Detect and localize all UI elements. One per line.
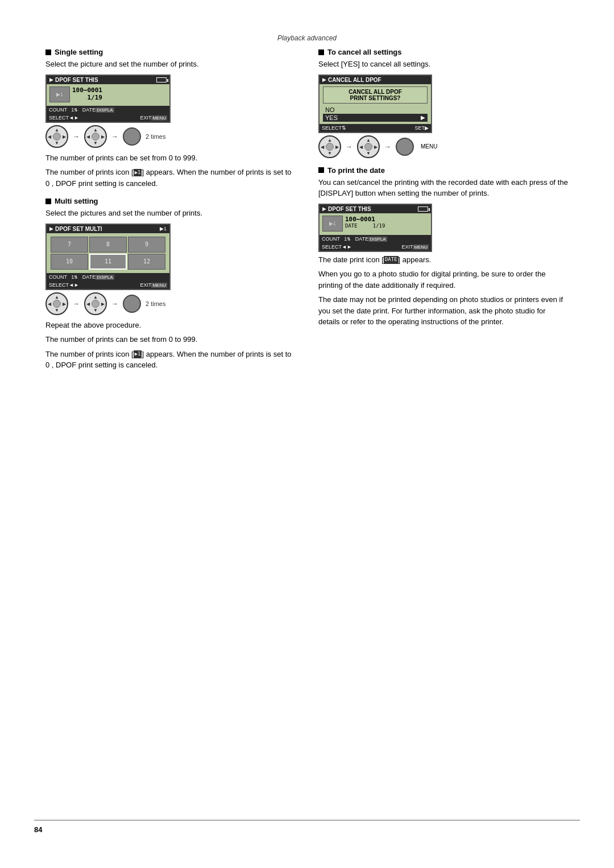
multi-count-label: COUNT 1⇅ DATEDISPLA <box>49 274 114 280</box>
dpof-icon-cancel: ▶ <box>322 77 326 82</box>
dpad-multi-left: ▲ ▼ ◀ ▶ <box>45 292 68 315</box>
date-select-label: SELECT◄► <box>322 244 352 250</box>
single-note2: The number of prints icon [▶1] appears. … <box>45 167 296 189</box>
date-note3: The date may not be printed depending on… <box>318 294 569 328</box>
count-label: COUNT 1⇅ DATEDISPLA <box>49 107 114 113</box>
dpad-right: ▲ ▼ ◀ ▶ <box>84 125 107 148</box>
date-image-row: ▶1 100–0001 DATE 1/19 <box>322 216 428 232</box>
cancel-screen-title: CANCEL ALL DPOF <box>328 77 428 83</box>
multi-note1: Repeat the above procedure. <box>45 320 296 331</box>
cancel-select-label: SELECT⇅ <box>322 125 346 131</box>
cancel-nav-row: SELECT⇅ SET▶ <box>320 124 431 132</box>
dpad-m1-left: ◀ <box>48 301 51 306</box>
cancel-all-heading: To cancel all settings <box>318 48 569 56</box>
bullet-icon-date <box>318 167 324 173</box>
dpad-left: ▲ ▼ ◀ ▶ <box>45 125 68 148</box>
cancel-line2: PRINT SETTINGS? <box>326 95 424 101</box>
dpad-m2-right: ▶ <box>101 301 105 306</box>
times-label-single: 2 times <box>146 133 165 140</box>
cancel-all-label: To cancel all settings <box>327 48 402 56</box>
cancel-all-desc: Select [YES] to cancel all settings. <box>318 59 569 70</box>
page-number: 84 <box>34 825 42 834</box>
arrow-right-c1: → <box>346 143 352 151</box>
print-date-desc: You can set/cancel the printing with the… <box>318 177 569 199</box>
multi-setting-heading: Multi setting <box>45 197 296 205</box>
single-screen-topbar: ▶ DPOF SET THIS <box>47 76 169 84</box>
single-setting-label: Single setting <box>55 48 103 56</box>
single-screen-title: DPOF SET THIS <box>55 77 156 83</box>
dpad-up: ▲ <box>55 127 59 133</box>
count-bar: COUNT 1⇅ DATEDISPLA <box>47 106 169 114</box>
date-count-bar: COUNT 1⇅ DATEDISPLA <box>320 235 431 243</box>
dpad-cancel-right: ▲ ▼ ◀ ▶ <box>357 135 380 158</box>
date-note1: The date print icon [DATE] appears. <box>318 254 569 266</box>
date-screen-title: DPOF SET THIS <box>328 206 418 212</box>
arrow-right-1: → <box>73 133 80 140</box>
page-footer: 84 <box>34 820 580 834</box>
dpad-multi-right: ▲ ▼ ◀ ▶ <box>84 292 107 315</box>
dpad-m1-down: ▼ <box>55 308 59 313</box>
multi-screen-title: DPOF SET MULTI <box>55 226 160 232</box>
select-label: SELECT◄► <box>49 115 79 121</box>
exit-label: EXITMENU <box>140 115 167 121</box>
multi-nav-row: SELECT◄► EXITMENU <box>47 281 169 289</box>
times-label-multi: 2 times <box>146 300 165 307</box>
multi-count-bar: COUNT 1⇅ DATEDISPLA <box>47 273 169 281</box>
dpad2-down: ▼ <box>93 140 98 146</box>
cancel-screen: ▶ CANCEL ALL DPOF CANCEL ALL DPOF PRINT … <box>318 75 432 133</box>
dpad-circle-m1: ▲ ▼ ◀ ▶ <box>45 292 68 315</box>
dpof-icon-multi: ▶ <box>49 226 53 232</box>
left-column: Single setting Select the picture and se… <box>45 48 296 374</box>
cancel-nav-controls: ▲ ▼ ◀ ▶ → ▲ ▼ ◀ ▶ <box>318 135 569 158</box>
multi-setting-screen: ▶ DPOF SET MULTI ▶1 7 8 9 10 11 12 <box>45 224 171 290</box>
option-yes: YES ▶ <box>323 114 428 122</box>
arrow-right-m2: → <box>111 300 118 308</box>
yes-arrow: ▶ <box>421 114 425 121</box>
photo-grid: 7 8 9 10 11 12 <box>49 235 167 271</box>
yes-label: YES <box>325 114 338 121</box>
option-no: NO <box>323 106 428 114</box>
confirm-button <box>123 127 141 146</box>
dpad-cancel-left: ▲ ▼ ◀ ▶ <box>318 135 341 158</box>
grid-cell-6: 12 <box>128 254 165 270</box>
date-screen: ▶ DPOF SET THIS ▶1 100–0001 DATE 1/19 <box>318 204 432 252</box>
dpof-icon: ▶ <box>49 77 53 82</box>
right-column: To cancel all settings Select [YES] to c… <box>318 48 569 374</box>
thumbnail: ▶1 <box>49 86 70 102</box>
grid-cell-2: 8 <box>89 237 127 253</box>
print-icon-inline-m: ▶1 <box>134 350 142 358</box>
footer-line <box>34 820 580 821</box>
confirm-button-multi <box>123 295 141 313</box>
image-num-multi: ▶1 <box>160 226 167 232</box>
date-file-number: 100–0001 <box>345 216 385 223</box>
date-screen-topbar: ▶ DPOF SET THIS <box>320 205 431 213</box>
multi-screen-topbar: ▶ DPOF SET MULTI ▶1 <box>47 225 169 233</box>
dpad2-up: ▲ <box>93 127 98 133</box>
arrow-right-m1: → <box>73 300 80 308</box>
dpad2-left: ◀ <box>86 134 90 139</box>
dpad-right-arrow: ▶ <box>63 134 66 139</box>
single-setting-desc: Select the picture and set the number of… <box>45 59 296 70</box>
arrow-right-c2: → <box>384 143 391 151</box>
multi-note3: The number of prints icon [▶1] appears. … <box>45 349 296 371</box>
dpad-m2-up: ▲ <box>93 295 98 300</box>
dpad-m1-center <box>53 300 61 308</box>
bullet-icon-multi <box>45 199 51 204</box>
multi-setting-desc: Select the pictures and set the number o… <box>45 208 296 219</box>
dpad-m1-right: ▶ <box>63 301 66 306</box>
bullet-icon-cancel <box>318 49 324 55</box>
two-column-layout: Single setting Select the picture and se… <box>45 48 569 374</box>
date-file-info: 100–0001 DATE 1/19 <box>345 216 385 229</box>
cancel-set-label: SET▶ <box>414 125 429 131</box>
nav-row: SELECT◄► EXITMENU <box>47 114 169 122</box>
single-setting-heading: Single setting <box>45 48 296 56</box>
date-note2: When you go to a photo studio for digita… <box>318 268 569 291</box>
dpad-center <box>53 133 61 140</box>
page-title: Playback advanced <box>45 34 569 42</box>
image-info-row: ▶1 100–0001 1/19 <box>49 86 167 102</box>
battery-icon <box>156 77 167 82</box>
single-setting-screen: ▶ DPOF SET THIS ▶1 100–0001 1/19 <box>45 75 171 123</box>
bullet-icon <box>45 49 51 55</box>
dpad2-right: ▶ <box>101 134 105 139</box>
confirm-button-cancel <box>396 138 414 156</box>
